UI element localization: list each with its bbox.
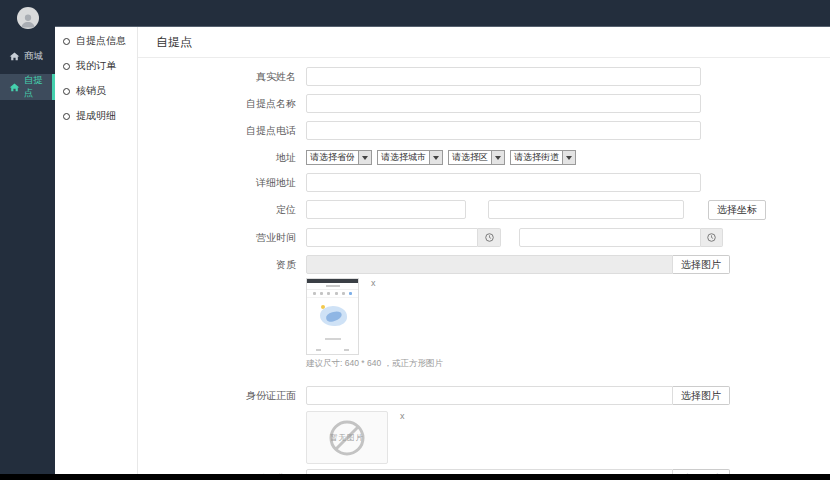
sidebar-item-mall[interactable]: 商城 [0, 44, 55, 68]
detail-address-label: 详细地址 [138, 173, 306, 192]
clock-icon[interactable] [701, 228, 723, 247]
sidebar-item-pickup-point[interactable]: 自提点 [0, 74, 55, 100]
chevron-down-icon [358, 151, 371, 164]
top-header-bar [0, 0, 830, 27]
real-name-label: 真实姓名 [138, 67, 306, 86]
remove-id-front-image-icon[interactable]: x [400, 412, 405, 421]
qualification-label: 资质 [138, 255, 306, 274]
primary-sidebar: 商城 自提点 [0, 0, 55, 474]
submenu-item-label: 自提点信息 [76, 34, 126, 48]
main-content: 自提点 真实姓名 自提点名称 自提点电话 地址 请选择省份 请选择城市 [138, 27, 830, 474]
chevron-down-icon [429, 151, 442, 164]
remove-qualification-image-icon[interactable]: x [371, 279, 376, 288]
pickup-point-form: 真实姓名 自提点名称 自提点电话 地址 请选择省份 请选择城市 请选择区 [138, 58, 830, 474]
screenshot-bottom-edge [0, 474, 830, 480]
home-icon [9, 51, 20, 62]
open-time-input[interactable] [306, 228, 478, 247]
real-name-input[interactable] [306, 67, 701, 86]
sidebar-item-label: 商城 [24, 50, 43, 63]
secondary-sidebar: 自提点信息 我的订单 核销员 提成明细 [55, 27, 138, 474]
user-silhouette-icon [19, 11, 37, 29]
radio-circle-icon [63, 63, 70, 70]
point-name-label: 自提点名称 [138, 94, 306, 113]
id-front-path-input[interactable] [306, 386, 673, 405]
avatar[interactable] [17, 7, 39, 29]
address-label: 地址 [138, 150, 306, 165]
id-front-select-image-button[interactable]: 选择图片 [673, 386, 730, 405]
image-size-hint: 建议尺寸: 640 * 640 ，或正方形图片 [306, 358, 443, 370]
submenu-item-my-orders[interactable]: 我的订单 [63, 59, 137, 73]
province-select[interactable]: 请选择省份 [306, 150, 372, 165]
no-image-text: 暂无图片 [330, 433, 364, 443]
radio-circle-icon [63, 38, 70, 45]
district-select-value: 请选择区 [449, 151, 491, 164]
submenu-item-label: 核销员 [76, 84, 106, 98]
point-phone-label: 自提点电话 [138, 121, 306, 140]
business-hours-label: 营业时间 [138, 228, 306, 247]
point-phone-input[interactable] [306, 121, 701, 140]
close-time-input[interactable] [519, 228, 701, 247]
radio-circle-icon [63, 88, 70, 95]
clock-icon[interactable] [478, 228, 501, 247]
radio-circle-icon [63, 113, 70, 120]
submenu-item-label: 我的订单 [76, 59, 116, 73]
submenu-item-label: 提成明细 [76, 109, 116, 123]
page-title: 自提点 [138, 27, 830, 58]
point-name-input[interactable] [306, 94, 701, 113]
chevron-down-icon [562, 151, 575, 164]
city-select-value: 请选择城市 [378, 151, 429, 164]
select-coordinates-button[interactable]: 选择坐标 [708, 200, 766, 220]
street-select[interactable]: 请选择街道 [510, 150, 576, 165]
chevron-down-icon [491, 151, 504, 164]
id-front-label: 身份证正面 [138, 386, 306, 405]
submenu-item-verifier[interactable]: 核销员 [63, 84, 137, 98]
home-icon [9, 82, 20, 93]
street-select-value: 请选择街道 [511, 151, 562, 164]
latitude-input[interactable] [488, 200, 684, 219]
city-select[interactable]: 请选择城市 [377, 150, 443, 165]
qualification-path-input[interactable] [306, 255, 673, 274]
sidebar-item-label: 自提点 [24, 74, 52, 100]
submenu-item-pickup-info[interactable]: 自提点信息 [63, 34, 137, 48]
location-label: 定位 [138, 200, 306, 219]
id-front-no-image-placeholder: 暂无图片 [306, 411, 388, 464]
district-select[interactable]: 请选择区 [448, 150, 505, 165]
detail-address-input[interactable] [306, 173, 701, 192]
qualification-image-thumbnail [306, 278, 359, 355]
province-select-value: 请选择省份 [307, 151, 358, 164]
qualification-select-image-button[interactable]: 选择图片 [673, 255, 730, 274]
submenu-item-commission-detail[interactable]: 提成明细 [63, 109, 137, 123]
longitude-input[interactable] [306, 200, 466, 219]
